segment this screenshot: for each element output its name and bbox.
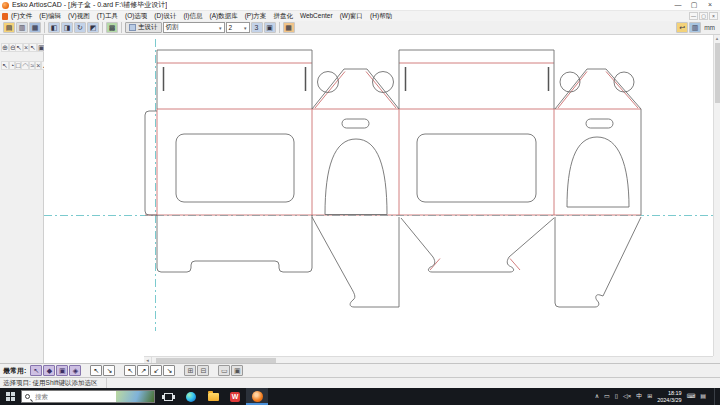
menu-items: (F)文件(E)编辑(V)视图(T)工具(O)选项(D)设计(I)信息(A)数据…	[11, 12, 392, 21]
grid-icon[interactable]: ▦	[283, 22, 295, 33]
notification-icon[interactable]: ▤	[700, 388, 706, 405]
layers-icon[interactable]: ▩	[106, 22, 118, 33]
open-icon[interactable]: ▤	[3, 22, 15, 33]
arch-window-1	[325, 139, 387, 215]
bottom-flap-gable1	[312, 217, 399, 307]
start-button[interactable]	[0, 388, 20, 405]
system-tray: ∧▭▯◁×中⊞ 18:19 2024/3/29 ⌨▤	[595, 388, 720, 405]
task-view-button[interactable]	[164, 393, 173, 401]
copy-tools-3[interactable]: ↘	[163, 365, 175, 376]
pointsize-icon[interactable]: 3	[251, 22, 263, 33]
view-tools-tool-7[interactable]: ↖	[1, 61, 9, 70]
handle-slot-2	[586, 119, 613, 128]
display-icon[interactable]: ▭	[604, 388, 610, 405]
pointsize-select[interactable]: 2 ▾	[226, 22, 250, 33]
child-close-button[interactable]: ×	[709, 12, 718, 20]
menu-item-拼盘化[interactable]: 拼盘化	[273, 12, 293, 21]
copy-tools-0[interactable]: ↖	[124, 365, 136, 376]
vertical-scrollbar[interactable]: ▴	[713, 35, 720, 356]
copy-tools-1[interactable]: ↗	[137, 365, 149, 376]
taskbar-clock[interactable]: 18:19 2024/3/29	[657, 390, 681, 404]
menu-item-WebCenter[interactable]: WebCenter	[300, 12, 333, 21]
design-canvas[interactable]: ▴ ◂	[44, 35, 720, 363]
linestyle-icon[interactable]: ▣	[264, 22, 276, 33]
toolbar-separator	[121, 22, 122, 33]
search-icon	[25, 394, 30, 399]
horizontal-scrollbar[interactable]: ◂	[144, 356, 713, 363]
pointsize-value: 2	[229, 24, 233, 31]
window-left-panel	[176, 134, 294, 202]
volume-muted-icon[interactable]: ◁×	[623, 388, 631, 405]
taskbar-app-artioscad[interactable]	[246, 388, 268, 405]
show-desktop-button[interactable]	[714, 388, 717, 405]
vertical-scroll-thumb[interactable]	[715, 43, 720, 103]
menu-item-(F)文件[interactable]: (F)文件	[11, 12, 32, 21]
minimize-button[interactable]: —	[670, 1, 686, 9]
view-tools-tool-0[interactable]: ⊕	[1, 43, 9, 52]
view-toggles-1[interactable]: ▣	[231, 365, 243, 376]
scroll-up-icon[interactable]: ▴	[716, 35, 719, 41]
cut-lines	[145, 50, 641, 307]
rebuild-icon[interactable]: ↻	[74, 22, 86, 33]
menu-item-(H)帮助[interactable]: (H)帮助	[370, 12, 392, 21]
ime-chinese-indicator[interactable]: 中	[636, 388, 642, 405]
chevron-up-icon[interactable]: ∧	[595, 388, 599, 405]
horizontal-scroll-thumb[interactable]	[156, 358, 276, 363]
move-tools-0[interactable]: ↖	[90, 365, 102, 376]
main-design-toggle[interactable]: 主设计	[125, 22, 162, 33]
dieline-drawing[interactable]	[44, 35, 713, 356]
linetype-select[interactable]: 切割 ▾	[163, 22, 225, 33]
design-tools-tool-0[interactable]: ↖	[29, 43, 37, 52]
child-restore-button[interactable]: ▢	[699, 12, 708, 20]
undo-icon[interactable]: ↩	[676, 22, 688, 33]
menu-item-(P)方案[interactable]: (P)方案	[245, 12, 267, 21]
dimension-icon[interactable]: ◩	[87, 22, 99, 33]
search-highlight-image[interactable]	[116, 391, 154, 402]
view-toggles-0[interactable]: ▭	[218, 365, 230, 376]
esko-app-icon	[2, 2, 9, 9]
scroll-left-icon[interactable]: ◂	[144, 357, 152, 363]
close-button[interactable]: ×	[702, 1, 718, 9]
title-bar: Esko ArtiosCAD - [房子盒 - 0.ard F:\辅修毕业设计]…	[0, 0, 720, 11]
menu-item-(W)窗口[interactable]: (W)窗口	[340, 12, 363, 21]
touch-keyboard-icon[interactable]: ⌨	[687, 388, 696, 405]
window-right-panel	[417, 134, 536, 202]
workspace-icon[interactable]: ▥	[689, 22, 701, 33]
snap-tools-0[interactable]: ⊞	[184, 365, 196, 376]
menu-item-(O)选项[interactable]: (O)选项	[125, 12, 147, 21]
search-input[interactable]	[33, 392, 103, 401]
main-toolbar: ▤▥▦◧◨↻◩▩ 主设计 切割 ▾ 2 ▾ 3▣▦ ↩▥ mm	[0, 21, 720, 35]
menu-item-(I)信息[interactable]: (I)信息	[183, 12, 202, 21]
file-explorer-icon	[208, 393, 219, 401]
select-tools-2[interactable]: ▣	[56, 365, 68, 376]
battery-icon[interactable]: ▯	[615, 388, 618, 405]
menu-item-(E)编辑[interactable]: (E)编辑	[39, 12, 61, 21]
zoom-tools-tool-0[interactable]: ↖	[15, 43, 23, 52]
select-tools-3[interactable]: ◈	[69, 365, 81, 376]
maximize-button[interactable]: ▢	[686, 1, 702, 9]
print-icon[interactable]: ▥	[16, 22, 28, 33]
snap-tools-1[interactable]: ⊟	[197, 365, 209, 376]
menu-item-(T)工具[interactable]: (T)工具	[97, 12, 118, 21]
taskbar-app-edge[interactable]	[180, 388, 202, 405]
report-icon[interactable]: ◧	[48, 22, 60, 33]
export-icon[interactable]: ◨	[61, 22, 73, 33]
taskbar-search[interactable]	[21, 390, 155, 403]
windows-logo-icon	[6, 392, 15, 401]
menu-item-(A)数据库[interactable]: (A)数据库	[210, 12, 238, 21]
menu-item-(V)视图[interactable]: (V)视图	[68, 12, 90, 21]
select-tools-1[interactable]: ◆	[43, 365, 55, 376]
gable2-roof	[555, 69, 641, 109]
status-bar: 选择项目: 使用Shift键以添加选区	[0, 377, 720, 388]
ime-mode-icon[interactable]: ⊞	[647, 388, 652, 405]
menu-item-(D)设计[interactable]: (D)设计	[154, 12, 176, 21]
move-tools-1[interactable]: ↘	[103, 365, 115, 376]
save-icon[interactable]: ▦	[29, 22, 41, 33]
taskbar-app-explorer[interactable]	[202, 388, 224, 405]
windows-taskbar: W ∧▭▯◁×中⊞ 18:19 2024/3/29 ⌨▤	[0, 388, 720, 405]
select-tools-0[interactable]: ↖	[30, 365, 42, 376]
taskbar-app-wps[interactable]: W	[224, 388, 246, 405]
copy-tools-2[interactable]: ↙	[150, 365, 162, 376]
child-minimize-button[interactable]: —	[689, 12, 698, 20]
clock-date: 2024/3/29	[657, 397, 681, 404]
